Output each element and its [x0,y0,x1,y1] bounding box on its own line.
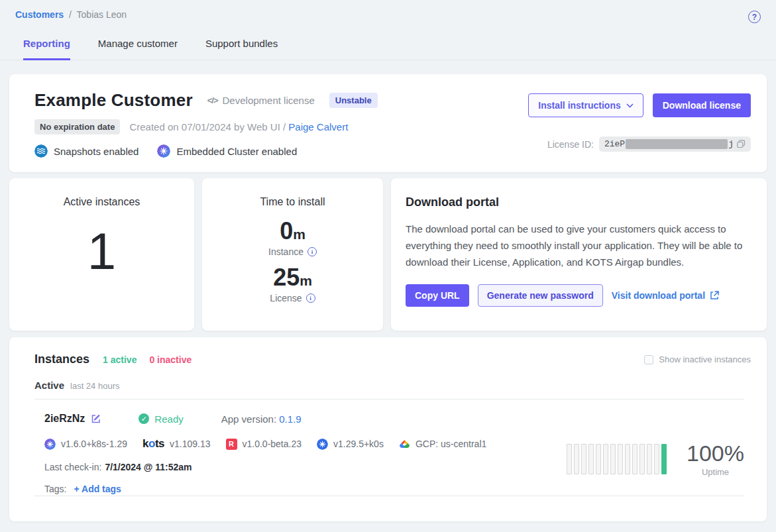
active-section-sublabel: last 24 hours [70,381,119,391]
expiration-badge: No expiration date [34,119,120,134]
breadcrumb: Customers / Tobias Leon [15,9,127,20]
tab-reporting[interactable]: Reporting [23,38,70,60]
uptime-bar [654,444,659,474]
top-bar: Customers / Tobias Leon ? [0,0,776,23]
uptime-bar [618,444,623,474]
instance-install-label: Instance i [202,246,383,257]
uptime-bar [610,444,616,474]
gcp-icon [399,439,410,449]
generate-password-button[interactable]: Generate new password [478,284,603,307]
version-replicated: R v1.0.0-beta.23 [226,439,302,450]
feature-label: Snapshots enabled [54,146,139,157]
breadcrumb-customers-link[interactable]: Customers [15,9,64,20]
version-gcp: GCP: us-central1 [399,439,486,449]
info-icon[interactable]: i [307,247,317,256]
time-to-install-title: Time to install [202,196,383,208]
status-text: Ready [154,413,183,425]
channel-badge: Unstable [329,93,378,108]
license-type: </> Development license [207,95,315,106]
feature-label: Embedded Cluster enabled [176,146,297,157]
active-section-label: Active [34,380,64,391]
uptime-value: 100% [687,441,744,466]
last-checkin-value: 7/1/2024 @ 11:52am [105,462,192,472]
uptime-bar [625,444,630,474]
feature-embedded-cluster: Embedded Cluster enabled [157,144,297,158]
created-by-link[interactable]: Paige Calvert [288,121,348,133]
chevron-down-icon [626,103,634,108]
uptime-bar [581,444,586,474]
uptime-bar-chart [567,444,667,474]
uptime-bar [632,444,637,474]
feature-snapshots: Snapshots enabled [34,144,139,158]
tab-bar: Reporting Manage customer Support bundle… [0,38,776,60]
created-text: Created on 07/01/2024 by Web UI / Paige … [129,121,348,133]
uptime-bar [639,444,645,474]
instance-id: 2ieRzNz [44,413,85,425]
uptime-bar [567,444,572,474]
snapshots-icon [34,144,48,158]
active-instances-title: Active instances [9,196,194,208]
show-inactive-toggle[interactable]: Show inactive instances [644,354,751,364]
version-kubernetes: v1.29.5+k0s [317,439,384,450]
active-instances-value: 1 [9,225,194,277]
instances-card: Instances 1 active 0 inactive Show inact… [9,337,767,521]
copy-icon[interactable] [737,140,746,148]
add-tags-link[interactable]: + Add tags [74,484,121,494]
version-embedded-cluster: v1.6.0+k8s-1.29 [44,439,127,450]
active-instances-card: Active instances 1 [9,178,194,331]
app-version-link[interactable]: 0.1.9 [279,413,301,425]
uptime-cluster: 100% Uptime [567,441,744,477]
app-version: App version: 0.1.9 [221,413,302,425]
copy-url-button[interactable]: Copy URL [406,284,469,307]
tab-manage-customer[interactable]: Manage customer [98,38,178,60]
time-to-install-card: Time to install 0m Instance i 25m Licens… [202,178,383,331]
kots-logo: kots [142,437,164,451]
divider [34,399,744,399]
show-inactive-checkbox[interactable] [644,355,653,364]
breadcrumb-separator: / [69,9,72,20]
license-install-time: 25m [202,266,383,290]
uptime-bar [588,444,594,474]
replicated-icon: R [226,439,237,450]
embedded-cluster-icon [44,439,56,450]
show-inactive-label: Show inactive instances [659,354,751,364]
uptime-bar [647,444,652,474]
license-id-redaction [626,139,728,149]
divider [34,496,744,496]
download-portal-card: Download portal The download portal can … [391,178,767,331]
download-portal-title: Download portal [406,195,752,209]
active-count: 1 active [103,354,137,365]
inactive-count: 0 inactive [149,354,192,365]
license-id-value[interactable]: 2ieP j [599,136,751,152]
license-install-label: License i [202,293,383,303]
check-circle-icon: ✓ [139,413,149,424]
instances-title: Instances [34,352,89,366]
external-link-icon [710,291,719,300]
license-id-label: License ID: [547,139,594,150]
edit-icon[interactable] [91,413,101,424]
uptime-bar [661,444,667,474]
download-license-button[interactable]: Download license [653,93,751,117]
kubernetes-icon [317,439,328,450]
instance-install-time: 0m [202,219,383,243]
breadcrumb-current: Tobias Leon [77,9,127,20]
tab-support-bundles[interactable]: Support bundles [205,38,278,60]
help-icon[interactable]: ? [748,11,761,23]
customer-title: Example Customer [34,90,193,111]
license-type-label: Development license [223,95,315,106]
tags-label: Tags: [44,484,66,494]
uptime-label: Uptime [687,467,744,477]
instance-status: ✓ Ready [139,413,183,425]
download-portal-description: The download portal can be used to give … [406,221,752,270]
embedded-cluster-icon [157,144,170,158]
customer-header-card: Example Customer </> Development license… [9,74,767,172]
uptime-bar [603,444,608,474]
code-icon: </> [207,95,218,105]
install-instructions-button[interactable]: Install instructions [528,93,643,117]
info-icon[interactable]: i [306,293,315,303]
uptime-bar [574,444,579,474]
visit-download-portal-link[interactable]: Visit download portal [612,290,719,301]
version-kots: kots v1.109.13 [142,437,210,451]
tags-row: Tags: + Add tags [44,484,751,494]
uptime-bar [596,444,601,474]
